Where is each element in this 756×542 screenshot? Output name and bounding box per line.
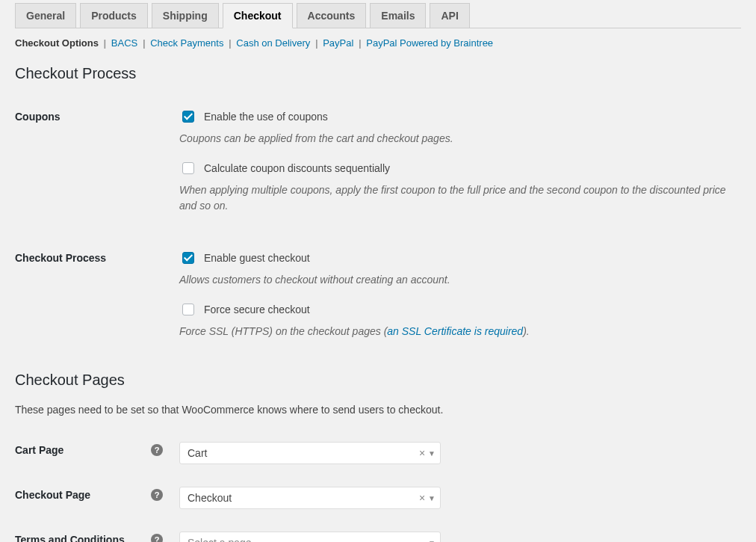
checkbox-enable-coupons-label: Enable the use of coupons <box>204 111 328 123</box>
settings-tabs: General Products Shipping Checkout Accou… <box>15 0 741 28</box>
checkbox-guest-checkout[interactable] <box>182 252 194 264</box>
select-cart-page[interactable]: Cart × ▼ <box>179 442 441 464</box>
link-ssl-required[interactable]: an SSL Certificate is required <box>387 325 523 337</box>
subnav-paypal-braintree[interactable]: PayPal Powered by Braintree <box>366 37 493 49</box>
tab-products[interactable]: Products <box>80 3 148 28</box>
tab-general[interactable]: General <box>15 3 76 28</box>
tab-emails[interactable]: Emails <box>370 3 426 28</box>
desc-force-secure: Force SSL (HTTPS) on the checkout pages … <box>179 324 734 339</box>
tab-api[interactable]: API <box>430 3 469 28</box>
select-cart-page-value: Cart <box>188 447 207 459</box>
select-terms-page[interactable]: Select a page… ▼ <box>179 532 441 542</box>
checkbox-force-secure[interactable] <box>182 304 194 315</box>
help-icon[interactable]: ? <box>151 444 163 456</box>
section-heading-process: Checkout Process <box>15 65 741 82</box>
tab-shipping[interactable]: Shipping <box>152 3 219 28</box>
section-pages-desc: These pages need to be set so that WooCo… <box>15 404 741 416</box>
checkbox-enable-coupons[interactable] <box>182 111 194 123</box>
checkbox-guest-checkout-label: Enable guest checkout <box>204 252 310 264</box>
tab-accounts[interactable]: Accounts <box>297 3 367 28</box>
subnav-check-payments[interactable]: Check Payments <box>150 37 223 49</box>
select-terms-page-placeholder: Select a page… <box>188 537 262 542</box>
label-coupons: Coupons <box>15 97 179 238</box>
subnav-bacs[interactable]: BACS <box>111 37 137 49</box>
select-checkout-page-value: Checkout <box>188 492 232 504</box>
help-icon[interactable]: ? <box>151 489 163 501</box>
help-icon[interactable]: ? <box>151 534 163 542</box>
label-checkout-process: Checkout Process <box>15 238 179 364</box>
subnav-paypal[interactable]: PayPal <box>323 37 353 49</box>
clear-icon[interactable]: × <box>419 492 425 504</box>
label-checkout-page: Checkout Page <box>15 489 90 501</box>
section-heading-pages: Checkout Pages <box>15 372 741 389</box>
desc-guest-checkout: Allows customers to checkout without cre… <box>179 272 734 288</box>
label-cart-page: Cart Page <box>15 444 63 456</box>
select-checkout-page[interactable]: Checkout × ▼ <box>179 487 441 509</box>
checkbox-force-secure-label: Force secure checkout <box>204 304 310 315</box>
desc-sequential-coupons: When applying multiple coupons, apply th… <box>179 182 734 214</box>
chevron-down-icon: ▼ <box>428 449 436 458</box>
chevron-down-icon: ▼ <box>428 494 436 502</box>
clear-icon[interactable]: × <box>419 447 425 459</box>
checkbox-sequential-coupons[interactable] <box>182 162 194 174</box>
checkbox-sequential-coupons-label: Calculate coupon discounts sequentially <box>204 162 390 174</box>
chevron-down-icon: ▼ <box>428 539 436 543</box>
subnav-cod[interactable]: Cash on Delivery <box>236 37 310 49</box>
checkout-subnav: Checkout Options | BACS | Check Payments… <box>15 28 741 58</box>
desc-enable-coupons: Coupons can be applied from the cart and… <box>179 131 734 147</box>
label-terms-page: Terms and Conditions <box>15 534 125 542</box>
tab-checkout[interactable]: Checkout <box>223 3 293 28</box>
subnav-current: Checkout Options <box>15 37 99 49</box>
